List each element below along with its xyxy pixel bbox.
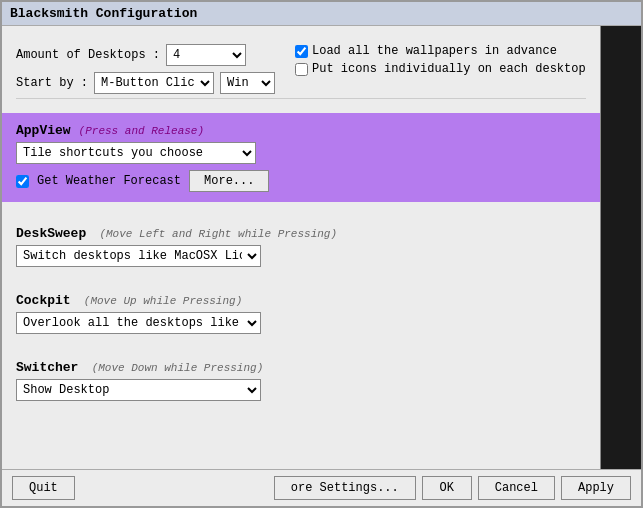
appview-dropdown-row: Tile shortcuts you choose Show all windo… <box>16 142 586 164</box>
content-area: Amount of Desktops : 4 2 6 8 Start by : … <box>2 26 641 469</box>
put-icons-row: Put icons individually on each desktop <box>295 62 586 76</box>
top-right: Load all the wallpapers in advance Put i… <box>295 44 586 76</box>
title-bar: Blacksmith Configuration <box>2 2 641 26</box>
weather-checkbox[interactable] <box>16 175 29 188</box>
startby-row: Start by : M-Button Click Left Click Rig… <box>16 72 275 94</box>
desksweep-select[interactable]: Switch desktops like MacOSX Lion Classic… <box>16 245 261 267</box>
desksweep-title: DeskSweep <box>16 226 86 241</box>
put-icons-label: Put icons individually on each desktop <box>312 62 586 76</box>
main-window: Blacksmith Configuration Amount of Deskt… <box>0 0 643 508</box>
cockpit-select[interactable]: Overlook all the desktops like MacOSX Si… <box>16 312 261 334</box>
apply-button[interactable]: Apply <box>561 476 631 500</box>
desksweep-hint: (Move Left and Right while Pressing) <box>99 228 337 240</box>
win-select[interactable]: Win Alt Ctrl <box>220 72 275 94</box>
top-section: Amount of Desktops : 4 2 6 8 Start by : … <box>16 36 586 99</box>
top-left: Amount of Desktops : 4 2 6 8 Start by : … <box>16 44 275 94</box>
cockpit-title: Cockpit <box>16 293 71 308</box>
cockpit-hint: (Move Up while Pressing) <box>84 295 242 307</box>
left-panel: Amount of Desktops : 4 2 6 8 Start by : … <box>2 26 600 469</box>
switcher-section: Switcher (Move Down while Pressing) Show… <box>16 356 586 405</box>
ok-button[interactable]: OK <box>422 476 472 500</box>
appview-title: AppView <box>16 123 71 138</box>
switcher-title: Switcher <box>16 360 78 375</box>
window-title: Blacksmith Configuration <box>10 6 197 21</box>
appview-hint: (Press and Release) <box>79 125 204 137</box>
right-panel <box>600 26 641 469</box>
footer: Quit ore Settings... OK Cancel Apply <box>2 469 641 506</box>
put-icons-checkbox[interactable] <box>295 63 308 76</box>
startby-select[interactable]: M-Button Click Left Click Right Click <box>94 72 214 94</box>
switcher-select[interactable]: Show Desktop Alt-Tab style Flip 3D <box>16 379 261 401</box>
desksweep-section: DeskSweep (Move Left and Right while Pre… <box>16 222 586 271</box>
desktops-row: Amount of Desktops : 4 2 6 8 <box>16 44 275 66</box>
load-wallpapers-checkbox[interactable] <box>295 45 308 58</box>
quit-button[interactable]: Quit <box>12 476 75 500</box>
load-wallpapers-row: Load all the wallpapers in advance <box>295 44 586 58</box>
switcher-hint: (Move Down while Pressing) <box>92 362 264 374</box>
startby-label: Start by : <box>16 76 88 90</box>
appview-weather-row: Get Weather Forecast More... <box>16 170 586 192</box>
cockpit-section: Cockpit (Move Up while Pressing) Overloo… <box>16 289 586 338</box>
load-wallpapers-label: Load all the wallpapers in advance <box>312 44 557 58</box>
desktops-select[interactable]: 4 2 6 8 <box>166 44 246 66</box>
cancel-button[interactable]: Cancel <box>478 476 555 500</box>
desktops-label: Amount of Desktops : <box>16 48 160 62</box>
more-settings-button[interactable]: ore Settings... <box>274 476 416 500</box>
more-button[interactable]: More... <box>189 170 269 192</box>
weather-label: Get Weather Forecast <box>37 174 181 188</box>
appview-section: AppView (Press and Release) Tile shortcu… <box>2 113 600 202</box>
appview-select[interactable]: Tile shortcuts you choose Show all windo… <box>16 142 256 164</box>
